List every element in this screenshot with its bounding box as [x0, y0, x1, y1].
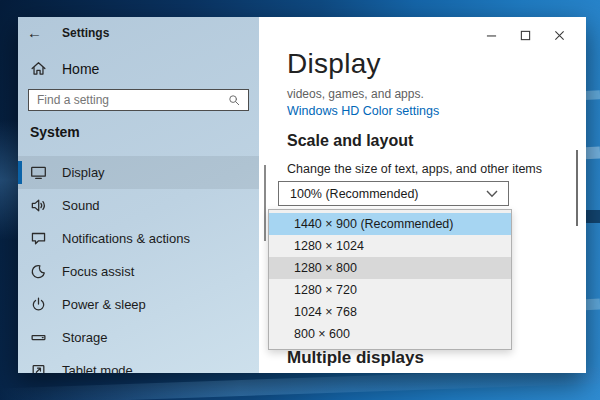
sidebar-item-label: Focus assist [62, 264, 134, 279]
resolution-option[interactable]: 1280 × 800 [269, 257, 511, 279]
wallpaper-light-beam [0, 120, 18, 240]
sidebar-item-label: Notifications & actions [62, 231, 190, 246]
storage-icon [30, 329, 47, 346]
selected-accent-bar [18, 161, 22, 184]
desktop-wallpaper: ← Settings Home System [0, 0, 600, 400]
window-controls [474, 23, 576, 47]
content-scrollbar[interactable] [576, 150, 578, 226]
maximize-icon [520, 30, 531, 41]
resolution-option[interactable]: 800 × 600 [269, 323, 511, 345]
sidebar-item-home[interactable]: Home [30, 60, 99, 77]
sidebar-item-label: Display [62, 165, 105, 180]
resolution-option[interactable]: 1440 × 900 (Recommended) [269, 213, 511, 235]
close-icon [554, 30, 565, 41]
hd-color-settings-link[interactable]: Windows HD Color settings [287, 104, 439, 118]
minimize-button[interactable] [474, 23, 508, 47]
maximize-button[interactable] [508, 23, 542, 47]
sidebar-item-power-sleep[interactable]: Power & sleep [18, 288, 259, 321]
resolution-option[interactable]: 1280 × 1024 [269, 235, 511, 257]
power-icon [30, 296, 47, 313]
sidebar-scrollbar[interactable] [264, 165, 266, 241]
sidebar-item-focus-assist[interactable]: Focus assist [18, 255, 259, 288]
back-icon[interactable]: ← [27, 24, 51, 41]
titlebar: ← Settings [27, 24, 109, 41]
search-input[interactable] [29, 93, 228, 107]
search-icon [228, 94, 241, 107]
sidebar-item-storage[interactable]: Storage [18, 321, 259, 354]
sidebar-item-label: Storage [62, 330, 108, 345]
close-button[interactable] [542, 23, 576, 47]
sidebar-item-sound[interactable]: Sound [18, 189, 259, 222]
focus-assist-icon [30, 263, 47, 280]
sidebar: ← Settings Home System [18, 17, 259, 373]
scale-dropdown-value: 100% (Recommended) [279, 187, 486, 201]
scale-field-label: Change the size of text, apps, and other… [287, 162, 542, 176]
sidebar-nav: Display Sound Notifications & actions [18, 156, 259, 373]
sound-icon [30, 197, 47, 214]
sidebar-item-notifications[interactable]: Notifications & actions [18, 222, 259, 255]
settings-window: ← Settings Home System [18, 17, 586, 373]
main-content: Display videos, games, and apps. Windows… [259, 17, 586, 373]
resolution-dropdown-list: 1440 × 900 (Recommended) 1280 × 1024 128… [268, 209, 512, 350]
page-subtitle: videos, games, and apps. [287, 87, 424, 101]
scale-layout-heading: Scale and layout [287, 132, 413, 150]
app-title: Settings [62, 26, 109, 40]
sidebar-item-tablet-mode[interactable]: Tablet mode [18, 354, 259, 373]
page-title: Display [287, 48, 381, 80]
home-label: Home [62, 61, 99, 77]
search-box[interactable] [28, 89, 249, 111]
sidebar-section-label: System [30, 124, 80, 140]
notifications-icon [30, 230, 47, 247]
sidebar-item-label: Power & sleep [62, 297, 146, 312]
tablet-icon [30, 362, 47, 373]
home-icon [30, 60, 47, 77]
minimize-icon [486, 30, 497, 41]
multiple-displays-heading: Multiple displays [287, 348, 424, 368]
sidebar-item-label: Sound [62, 198, 100, 213]
display-icon [30, 164, 47, 181]
sidebar-item-display[interactable]: Display [18, 156, 259, 189]
resolution-option[interactable]: 1024 × 768 [269, 301, 511, 323]
sidebar-item-label: Tablet mode [62, 363, 133, 373]
resolution-option[interactable]: 1280 × 720 [269, 279, 511, 301]
scale-dropdown[interactable]: 100% (Recommended) [278, 181, 509, 206]
chevron-down-icon [486, 190, 498, 198]
